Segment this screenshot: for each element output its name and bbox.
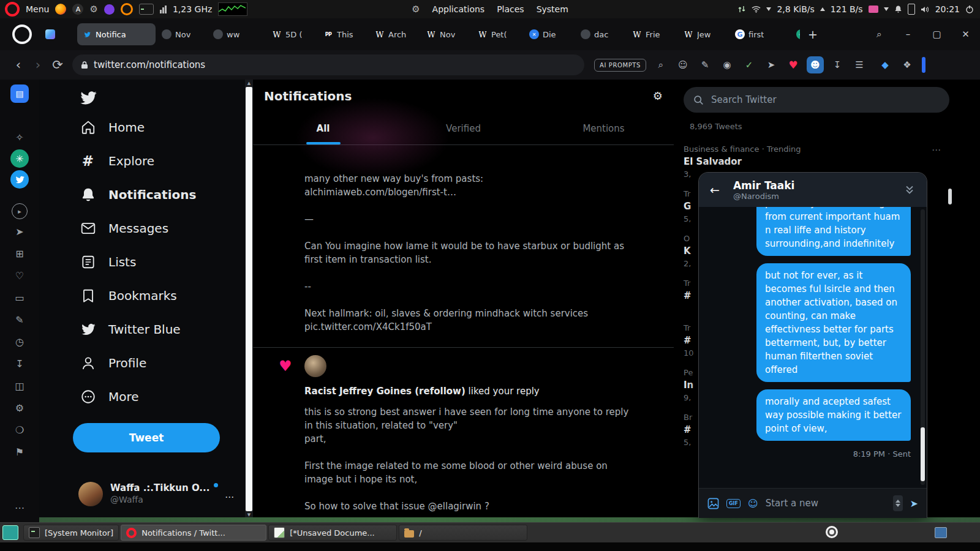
nav-lists[interactable]: Lists xyxy=(39,245,245,279)
opera-menu-button[interactable] xyxy=(12,24,32,44)
send-to-device-icon[interactable]: ➤ xyxy=(763,56,780,73)
profile-panel-icon[interactable]: ☻ xyxy=(807,56,824,73)
show-desktop-button[interactable] xyxy=(2,525,18,540)
search-box[interactable]: Search Twitter xyxy=(684,87,949,113)
taskbar-window-button[interactable]: [*Unsaved Docume... xyxy=(268,525,397,541)
scroll-up-icon[interactable]: ▲ xyxy=(247,80,251,86)
sidebar-twitter-icon[interactable] xyxy=(10,170,29,189)
dm-stepper[interactable] xyxy=(893,495,903,511)
close-button[interactable]: ✕ xyxy=(951,18,980,50)
opera-panel-icon[interactable] xyxy=(5,2,20,17)
browser-tab[interactable]: W Jew xyxy=(679,23,729,45)
page-scrollbar-thumb[interactable] xyxy=(948,189,952,204)
liker-name[interactable]: Racist Jeffrey Goines (refollow) xyxy=(304,386,466,397)
browser-tab[interactable]: W Nov xyxy=(421,23,472,45)
purple-app-icon[interactable] xyxy=(104,4,115,15)
downloads-icon[interactable]: ↧ xyxy=(829,56,846,73)
media-image-icon[interactable] xyxy=(707,498,719,509)
notification-tweet[interactable]: many other new way buy's from pasts: alc… xyxy=(253,172,674,334)
browser-tab[interactable] xyxy=(40,23,76,45)
browser-tab[interactable]: W Pet( xyxy=(473,23,523,45)
notifications-tab[interactable]: Mentions xyxy=(533,112,674,144)
forward-button[interactable]: › xyxy=(28,58,48,72)
nav-profile[interactable]: Profile xyxy=(39,346,245,380)
sidebar-telegram-icon[interactable]: ➤ xyxy=(10,222,29,241)
dm-text-input[interactable]: Start a new xyxy=(766,498,886,509)
sidebar-toggle-pill[interactable] xyxy=(922,57,925,73)
notifications-tab[interactable]: Verified xyxy=(393,112,533,144)
page-search-icon[interactable]: ⌕ xyxy=(652,56,669,73)
vpn-diamond-icon[interactable]: ◆ xyxy=(876,56,894,73)
wifi-icon[interactable] xyxy=(752,6,761,13)
browser-tab[interactable]: Notifica xyxy=(77,23,156,45)
browser-tab[interactable]: ww xyxy=(208,23,258,45)
back-button[interactable]: ‹ xyxy=(9,58,28,72)
reload-button[interactable]: ⟳ xyxy=(48,58,67,72)
applications-menu[interactable]: Applications xyxy=(432,4,485,14)
browser-tab[interactable]: dac xyxy=(576,23,626,45)
menu-button[interactable]: Menu xyxy=(26,4,49,14)
emoji-icon[interactable]: ☺ xyxy=(748,498,758,509)
pinboard-icon[interactable]: ✎ xyxy=(696,56,714,73)
sidebar-wishlist-icon[interactable]: ✧ xyxy=(10,127,29,147)
places-menu[interactable]: Places xyxy=(497,4,524,14)
search-tabs-icon[interactable]: ⌕ xyxy=(865,18,894,50)
reader-mode-icon[interactable]: ☺ xyxy=(674,56,692,73)
sidebar-tab-tiles-icon[interactable]: ▭ xyxy=(10,288,29,307)
orange-app-icon[interactable] xyxy=(121,3,133,15)
taskbar-window-button[interactable]: / xyxy=(399,525,527,541)
browser-tab[interactable]: PP This xyxy=(318,23,369,45)
browser-tab[interactable]: W 5D ( xyxy=(267,23,317,45)
bell-icon[interactable] xyxy=(894,5,902,13)
sidebar-apps-grid-icon[interactable]: ⊞ xyxy=(10,244,29,263)
power-icon[interactable] xyxy=(965,5,974,13)
account-more-icon[interactable]: ⋯ xyxy=(225,492,234,503)
firefox-icon[interactable] xyxy=(55,4,66,15)
snapshot-icon[interactable]: ◉ xyxy=(718,56,736,73)
system-menu[interactable]: System xyxy=(537,4,568,14)
panel-gear-icon[interactable]: ⚙ xyxy=(89,4,97,15)
nav-bookmarks[interactable]: Bookmarks xyxy=(39,279,245,312)
send-icon[interactable]: ➤ xyxy=(910,498,918,509)
nav-twitter-blue[interactable]: Twitter Blue xyxy=(39,312,245,346)
sidebar-pinboard-flag-icon[interactable]: ⚑ xyxy=(10,442,29,462)
like-notification[interactable]: ♥ Racist Jeffrey Goines (refollow) liked… xyxy=(253,348,674,517)
notifications-tab[interactable]: All xyxy=(253,112,393,144)
sidebar-settings-icon[interactable]: ⚙ xyxy=(10,398,29,418)
browser-tab[interactable]: W Frie xyxy=(627,23,677,45)
sidebar-bookmarks-icon[interactable]: ▤ xyxy=(10,84,29,103)
shield-icon[interactable]: ✓ xyxy=(741,56,758,73)
terminal-launcher-icon[interactable] xyxy=(139,4,154,15)
dm-user[interactable]: Amir Taaki @Narodism xyxy=(733,179,794,201)
tweet-button[interactable]: Tweet xyxy=(73,423,220,452)
nav-more[interactable]: More xyxy=(39,380,245,413)
taskbar-window-button[interactable]: Notifications / Twitt... xyxy=(121,525,266,541)
sidebar-downloads-icon[interactable]: ↧ xyxy=(10,354,29,373)
scrollbar-thumb[interactable] xyxy=(246,87,252,511)
sidebar-chatgpt-icon[interactable]: ✳ xyxy=(10,149,29,168)
sidebar-tips-icon[interactable]: ❍ xyxy=(10,420,29,440)
sidebar-history-icon[interactable]: ◷ xyxy=(10,332,29,351)
liker-avatar[interactable] xyxy=(304,355,326,377)
browser-tab[interactable]: Nov xyxy=(157,23,207,45)
sidebar-player-icon[interactable]: ▸ xyxy=(12,203,28,219)
taskbar-window-button[interactable]: [System Monitor] xyxy=(23,525,119,541)
tray-caret-icon[interactable] xyxy=(884,7,889,11)
notifications-settings-icon[interactable]: ⚙ xyxy=(653,89,663,102)
dm-scrollbar-thumb[interactable] xyxy=(921,427,925,481)
sidebar-extensions-icon[interactable]: ◫ xyxy=(10,376,29,395)
customize-toolbar-icon[interactable]: ☰ xyxy=(851,56,868,73)
browser-tab[interactable]: ✳ Cha xyxy=(791,23,800,45)
gif-icon[interactable]: GIF xyxy=(726,499,741,508)
feed-scrollbar[interactable]: ▲ ▼ xyxy=(245,80,253,519)
account-switcher[interactable]: Waffa .:.Tikkun O... @Waffa ⋯ xyxy=(39,477,245,511)
tray-opera-icon[interactable] xyxy=(826,526,838,538)
trend-more-icon[interactable]: ⋯ xyxy=(932,144,941,156)
minimize-button[interactable]: – xyxy=(894,18,922,50)
nav-home[interactable]: Home xyxy=(39,110,245,144)
browser-tab[interactable]: ✕ Die xyxy=(524,23,575,45)
nav-messages[interactable]: Messages xyxy=(39,211,245,245)
twitter-logo[interactable] xyxy=(80,89,97,107)
sidebar-likes-icon[interactable]: ♡ xyxy=(10,266,29,285)
new-tab-button[interactable]: + xyxy=(804,25,822,43)
